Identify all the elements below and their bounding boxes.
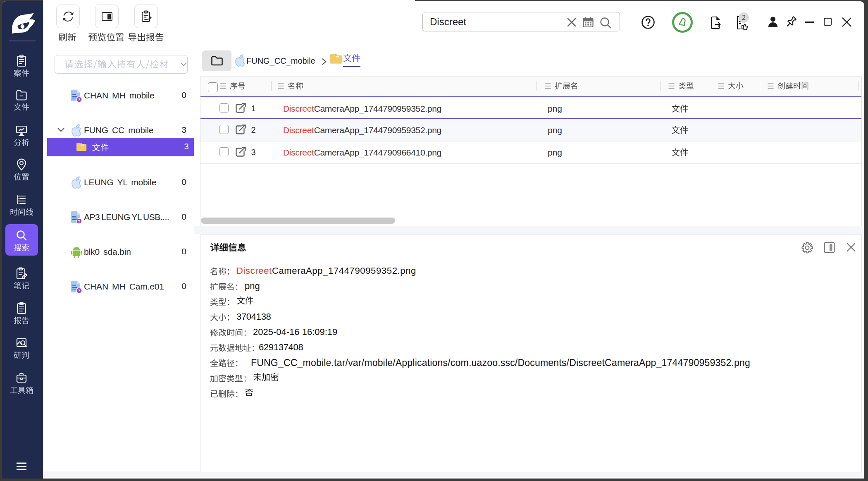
svg-text:?: ?: [78, 97, 81, 102]
svg-text:?: ?: [78, 219, 81, 223]
svg-text:?: ?: [78, 288, 81, 293]
